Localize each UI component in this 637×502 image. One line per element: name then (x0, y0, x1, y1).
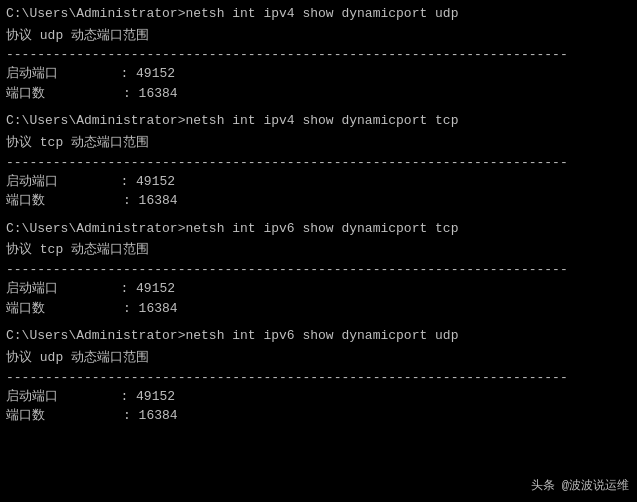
divider-4: ----------------------------------------… (6, 369, 631, 387)
section-title-4: 协议 udp 动态端口范围 (6, 348, 631, 369)
data-row-1-2: 端口数 : 16384 (6, 84, 631, 104)
section-title-1: 协议 udp 动态端口范围 (6, 26, 631, 47)
label-4-2: 端口数 (6, 408, 123, 423)
terminal-window: C:\Users\Administrator>netsh int ipv4 sh… (0, 0, 637, 502)
data-row-4-2: 端口数 : 16384 (6, 406, 631, 426)
watermark: 头条 @波波说运维 (531, 477, 629, 494)
divider-3: ----------------------------------------… (6, 261, 631, 279)
command-line-3: C:\Users\Administrator>netsh int ipv6 sh… (6, 219, 631, 239)
value-3-1: : 49152 (120, 281, 175, 296)
label-3-2: 端口数 (6, 301, 123, 316)
value-3-2: : 16384 (123, 301, 178, 316)
data-row-3-2: 端口数 : 16384 (6, 299, 631, 319)
command-block-2: C:\Users\Administrator>netsh int ipv4 sh… (6, 111, 631, 210)
label-2-1: 启动端口 (6, 174, 120, 189)
command-line-1: C:\Users\Administrator>netsh int ipv4 sh… (6, 4, 631, 24)
value-1-2: : 16384 (123, 86, 178, 101)
value-2-2: : 16384 (123, 193, 178, 208)
section-title-2: 协议 tcp 动态端口范围 (6, 133, 631, 154)
label-4-1: 启动端口 (6, 389, 120, 404)
value-4-2: : 16384 (123, 408, 178, 423)
divider-1: ----------------------------------------… (6, 46, 631, 64)
label-2-2: 端口数 (6, 193, 123, 208)
command-block-4: C:\Users\Administrator>netsh int ipv6 sh… (6, 326, 631, 425)
data-row-3-1: 启动端口 : 49152 (6, 279, 631, 299)
divider-2: ----------------------------------------… (6, 154, 631, 172)
value-2-1: : 49152 (120, 174, 175, 189)
data-row-1-1: 启动端口 : 49152 (6, 64, 631, 84)
label-3-1: 启动端口 (6, 281, 120, 296)
data-row-2-2: 端口数 : 16384 (6, 191, 631, 211)
command-line-4: C:\Users\Administrator>netsh int ipv6 sh… (6, 326, 631, 346)
value-1-1: : 49152 (120, 66, 175, 81)
label-1-2: 端口数 (6, 86, 123, 101)
data-row-4-1: 启动端口 : 49152 (6, 387, 631, 407)
section-title-3: 协议 tcp 动态端口范围 (6, 240, 631, 261)
label-1-1: 启动端口 (6, 66, 120, 81)
command-block-1: C:\Users\Administrator>netsh int ipv4 sh… (6, 4, 631, 103)
value-4-1: : 49152 (120, 389, 175, 404)
command-line-2: C:\Users\Administrator>netsh int ipv4 sh… (6, 111, 631, 131)
data-row-2-1: 启动端口 : 49152 (6, 172, 631, 192)
command-block-3: C:\Users\Administrator>netsh int ipv6 sh… (6, 219, 631, 318)
